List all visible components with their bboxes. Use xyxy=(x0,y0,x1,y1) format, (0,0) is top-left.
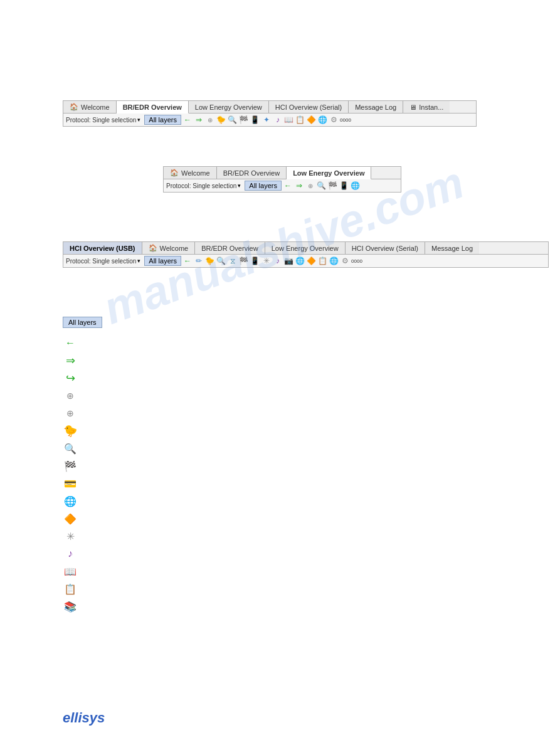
tab3-le[interactable]: Low Energy Overview xyxy=(265,242,346,254)
toolbar1-page-icon[interactable]: 📋 xyxy=(295,115,305,125)
toolbar1-row: Protocol: Single selection ▾ All layers … xyxy=(63,114,476,126)
tab1-hci-serial[interactable]: HCI Overview (Serial) xyxy=(269,101,349,113)
toolbar3-cam-icon[interactable]: 📷 xyxy=(284,256,294,266)
toolbar3-icon1[interactable]: 📱 xyxy=(250,256,260,266)
tab1-bredr[interactable]: BR/EDR Overview xyxy=(117,101,189,114)
toolbar2-protocol-label: Protocol: Single selection xyxy=(166,182,236,189)
tab1-welcome[interactable]: 🏠 Welcome xyxy=(63,101,117,113)
list-music-icon[interactable]: ♪ xyxy=(63,546,78,561)
toolbar3-music-icon[interactable]: ♪ xyxy=(273,256,283,266)
list-link1-icon[interactable]: ⊕ xyxy=(63,388,78,403)
toolbar1-link1-icon[interactable]: ⊕ xyxy=(205,115,215,125)
toolbar1-num-icon[interactable]: 0000 xyxy=(341,115,351,125)
toolbar2-link-icon[interactable]: ⊕ xyxy=(305,181,315,191)
tab1-hci-serial-label: HCI Overview (Serial) xyxy=(275,103,342,111)
toolbar3-dropdown-arrow[interactable]: ▾ xyxy=(137,258,140,264)
tab3-bredr-label: BR/EDR Overview xyxy=(201,245,258,252)
toolbar2-protocol-selector: Protocol: Single selection ▾ xyxy=(166,182,241,189)
toolbar2-fwd-icon[interactable]: ⇒ xyxy=(294,181,304,191)
toolbar1-protocol-label: Protocol: Single selection xyxy=(66,117,136,124)
toolbar3-protocol-label: Protocol: Single selection xyxy=(66,258,136,265)
tab1-msglog[interactable]: Message Log xyxy=(349,101,403,113)
toolbar3-pencil-icon[interactable]: ✏ xyxy=(194,256,204,266)
toolbar1-duck-icon[interactable]: 🐤 xyxy=(216,115,226,125)
list-spark-icon[interactable]: ✳ xyxy=(63,529,78,544)
tab2-bredr-label: BR/EDR Overview xyxy=(223,169,280,177)
tab2-welcome[interactable]: 🏠 Welcome xyxy=(164,167,217,179)
toolbar3-container: HCI Overview (USB) 🏠 Welcome BR/EDR Over… xyxy=(63,241,549,268)
icon-list-all-layers-btn[interactable]: All layers xyxy=(63,317,102,328)
tab3-le-label: Low Energy Overview xyxy=(272,245,339,252)
tab2-bredr[interactable]: BR/EDR Overview xyxy=(217,167,287,179)
toolbar2-row: Protocol: Single selection ▾ All layers … xyxy=(164,179,401,192)
home-icon3: 🏠 xyxy=(149,244,157,252)
toolbar1-coin-icon[interactable]: 🔶 xyxy=(307,115,317,125)
tab1-le-label: Low Energy Overview xyxy=(195,103,262,111)
toolbar3-back-icon[interactable]: ← xyxy=(182,256,193,266)
list-book1-icon[interactable]: 📖 xyxy=(63,564,78,579)
toolbar1-container: 🏠 Welcome BR/EDR Overview Low Energy Ove… xyxy=(63,100,477,127)
toolbar3-duck-icon[interactable]: 🐤 xyxy=(205,256,215,266)
tab3-bredr[interactable]: BR/EDR Overview xyxy=(195,242,265,254)
tab3-welcome[interactable]: 🏠 Welcome xyxy=(142,242,196,254)
toolbar3-num-icon[interactable]: 0000 xyxy=(352,256,362,266)
toolbar3-icon2[interactable]: ✳ xyxy=(262,256,272,266)
list-flag-icon[interactable]: 🏁 xyxy=(63,458,78,473)
toolbar3-book-icon[interactable]: 📋 xyxy=(318,256,328,266)
tab1-le[interactable]: Low Energy Overview xyxy=(189,101,269,113)
toolbar2-flag-icon[interactable]: 🏁 xyxy=(328,181,338,191)
toolbar1-fwd1-icon[interactable]: ⇒ xyxy=(194,115,204,125)
tab2-welcome-label: Welcome xyxy=(181,169,210,177)
tab3-welcome-label: Welcome xyxy=(160,245,189,252)
toolbar1-icon1[interactable]: 📱 xyxy=(250,115,260,125)
list-fwd2-icon[interactable]: ↪ xyxy=(63,371,78,386)
toolbar2-all-layers-btn[interactable]: All layers xyxy=(245,181,282,191)
toolbar1-icon2[interactable]: ✦ xyxy=(262,115,272,125)
list-book3-icon[interactable]: 📚 xyxy=(63,599,78,614)
list-back-icon[interactable]: ← xyxy=(63,336,78,351)
toolbar1-dropdown-arrow[interactable]: ▾ xyxy=(137,117,140,123)
toolbar1-star-icon[interactable]: ⚙ xyxy=(329,115,339,125)
tab3-msglog-label: Message Log xyxy=(431,245,473,252)
tab2-le[interactable]: Low Energy Overview xyxy=(287,167,371,179)
tab3-hci-serial[interactable]: HCI Overview (Serial) xyxy=(346,242,425,254)
list-book2-icon[interactable]: 📋 xyxy=(63,581,78,596)
toolbar1-flag-icon[interactable]: 🏁 xyxy=(239,115,249,125)
list-duck-icon[interactable]: 🐤 xyxy=(63,423,78,438)
toolbar3-star2-icon[interactable]: ⚙ xyxy=(341,256,351,266)
tab3-hci-serial-label: HCI Overview (Serial) xyxy=(352,245,418,252)
toolbar1-tabs: 🏠 Welcome BR/EDR Overview Low Energy Ove… xyxy=(63,101,476,114)
toolbar3-search-icon[interactable]: 🔍 xyxy=(216,256,226,266)
toolbar1-book-icon[interactable]: 📖 xyxy=(284,115,294,125)
toolbar2-back-icon[interactable]: ← xyxy=(283,181,293,191)
tab1-instan[interactable]: 🖥 Instan... xyxy=(403,101,450,113)
list-card-icon[interactable]: 💳 xyxy=(63,476,78,491)
list-search-icon[interactable]: 🔍 xyxy=(63,441,78,456)
toolbar2-tabs: 🏠 Welcome BR/EDR Overview Low Energy Ove… xyxy=(164,167,401,179)
tab3-special[interactable]: HCI Overview (USB) xyxy=(63,242,142,254)
toolbar1-globe-icon[interactable]: 🌐 xyxy=(318,115,328,125)
toolbar3-flag-icon[interactable]: 🏁 xyxy=(239,256,249,266)
icon-list-section: All layers ← ⇒ ↪ ⊕ ⊕ 🐤 🔍 🏁 💳 🌐 🔶 ✳ ♪ 📖 📋… xyxy=(63,317,102,614)
toolbar3-globe3-icon[interactable]: 🌐 xyxy=(329,256,339,266)
tab1-bredr-label: BR/EDR Overview xyxy=(123,103,182,111)
toolbar3-coin-icon[interactable]: 🔶 xyxy=(307,256,317,266)
toolbar2-icon-extra[interactable]: 🌐 xyxy=(351,181,361,191)
tab1-welcome-label: Welcome xyxy=(81,103,110,111)
toolbar1-search-icon[interactable]: 🔍 xyxy=(228,115,238,125)
list-fwd1-icon[interactable]: ⇒ xyxy=(63,353,78,368)
toolbar3-filter-icon[interactable]: ⧖ xyxy=(228,256,238,266)
list-coin-icon[interactable]: 🔶 xyxy=(63,511,78,526)
list-link2-icon[interactable]: ⊕ xyxy=(63,406,78,421)
toolbar1-music-icon[interactable]: ♪ xyxy=(273,115,283,125)
toolbar1-back-icon[interactable]: ← xyxy=(182,115,193,125)
tab3-msglog[interactable]: Message Log xyxy=(425,242,479,254)
toolbar3-globe2-icon[interactable]: 🌐 xyxy=(295,256,305,266)
toolbar2-card-icon[interactable]: 📱 xyxy=(339,181,349,191)
toolbar3-all-layers-btn[interactable]: All layers xyxy=(144,256,181,266)
list-globe-icon[interactable]: 🌐 xyxy=(63,494,78,509)
toolbar2-dropdown-arrow[interactable]: ▾ xyxy=(238,182,241,189)
toolbar2-search-icon[interactable]: 🔍 xyxy=(317,181,327,191)
icon-list: ← ⇒ ↪ ⊕ ⊕ 🐤 🔍 🏁 💳 🌐 🔶 ✳ ♪ 📖 📋 📚 xyxy=(63,336,102,614)
toolbar1-all-layers-btn[interactable]: All layers xyxy=(144,115,181,125)
